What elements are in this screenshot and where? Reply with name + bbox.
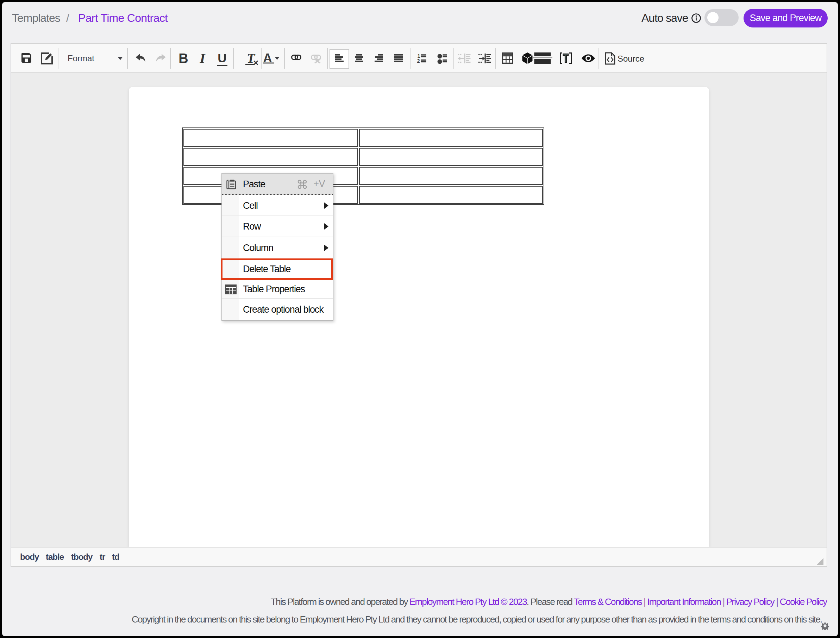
svg-text:1: 1 [418, 53, 420, 59]
svg-text:2: 2 [417, 58, 420, 64]
